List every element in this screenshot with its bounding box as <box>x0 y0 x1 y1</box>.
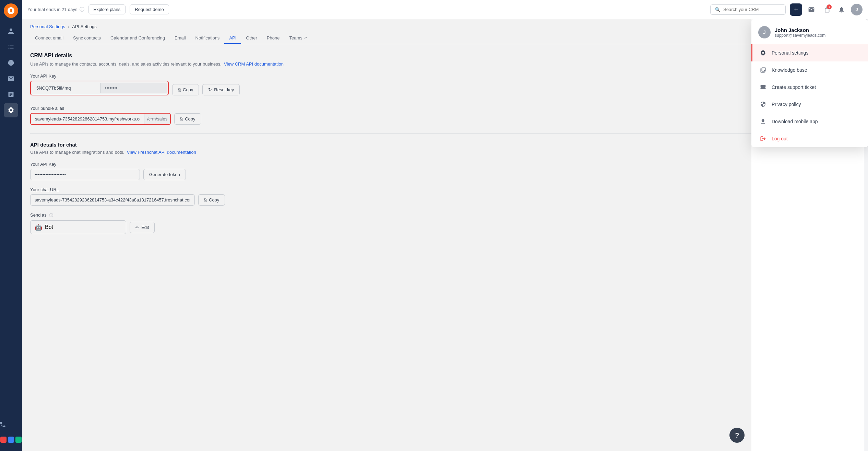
privacy-policy-label: Privacy policy <box>772 102 801 107</box>
mail-button[interactable] <box>806 4 817 15</box>
panel-underlay[interactable] <box>22 19 751 451</box>
search-input[interactable] <box>723 7 781 12</box>
shield-icon <box>759 101 767 108</box>
app-dot-green <box>15 437 22 443</box>
user-avatar-button[interactable]: J <box>851 4 863 15</box>
download-icon <box>759 118 767 125</box>
sidebar-item-contacts[interactable] <box>4 24 18 38</box>
dropdown-support-ticket[interactable]: Create support ticket <box>751 79 868 96</box>
sidebar-item-reports[interactable] <box>4 87 18 102</box>
search-icon: 🔍 <box>715 7 721 12</box>
gift-button[interactable]: 1 <box>821 4 832 15</box>
book-icon <box>759 66 767 74</box>
main-area: Your trial ends in 21 days ⓘ Explore pla… <box>22 0 868 451</box>
content-area: Personal Settings › API Settings Connect… <box>22 19 868 451</box>
dropdown-avatar: J <box>758 26 771 38</box>
dropdown-privacy-policy[interactable]: Privacy policy <box>751 96 868 113</box>
notification-badge: 1 <box>827 4 832 9</box>
add-button[interactable]: + <box>790 3 802 16</box>
topbar-actions: + 1 J <box>790 3 863 16</box>
app-dot-red <box>0 437 7 443</box>
logout-label: Log out <box>772 136 788 141</box>
sidebar-item-mail[interactable] <box>4 71 18 86</box>
knowledge-base-label: Knowledge base <box>772 67 807 73</box>
download-app-label: Download mobile app <box>772 119 818 124</box>
sidebar-item-settings[interactable] <box>4 103 18 117</box>
support-ticket-label: Create support ticket <box>772 84 816 90</box>
personal-settings-label: Personal settings <box>772 50 808 56</box>
sidebar-item-deals[interactable] <box>4 56 18 70</box>
topbar: Your trial ends in 21 days ⓘ Explore pla… <box>22 0 868 19</box>
logout-icon <box>759 135 767 142</box>
dropdown-logout[interactable]: Log out <box>751 130 868 147</box>
sidebar-item-phone[interactable] <box>0 417 10 432</box>
request-demo-button[interactable]: Request demo <box>130 4 169 14</box>
bell-button[interactable] <box>836 4 847 15</box>
help-button[interactable]: ? <box>729 428 745 443</box>
dropdown-user-email: support@savemyleads.com <box>775 33 825 38</box>
dropdown-user-details: John Jackson support@savemyleads.com <box>775 27 825 38</box>
app-logo[interactable] <box>4 3 18 18</box>
gear-icon <box>759 49 767 57</box>
ticket-icon <box>759 83 767 91</box>
app-dot-blue <box>8 437 14 443</box>
user-dropdown-panel: J John Jackson support@savemyleads.com P… <box>751 19 868 147</box>
dropdown-user-name: John Jackson <box>775 27 825 33</box>
search-bar[interactable]: 🔍 <box>710 4 786 15</box>
info-icon: ⓘ <box>80 7 84 13</box>
dropdown-user-info: J John Jackson support@savemyleads.com <box>751 19 868 44</box>
sidebar-item-analytics[interactable] <box>4 40 18 54</box>
dropdown-knowledge-base[interactable]: Knowledge base <box>751 61 868 79</box>
trial-notice: Your trial ends in 21 days ⓘ <box>27 7 84 13</box>
sidebar <box>0 0 22 451</box>
trial-text: Your trial ends in 21 days <box>27 7 78 12</box>
explore-plans-button[interactable]: Explore plans <box>88 4 126 14</box>
dropdown-download-app[interactable]: Download mobile app <box>751 113 868 130</box>
dropdown-personal-settings[interactable]: Personal settings <box>751 44 868 61</box>
